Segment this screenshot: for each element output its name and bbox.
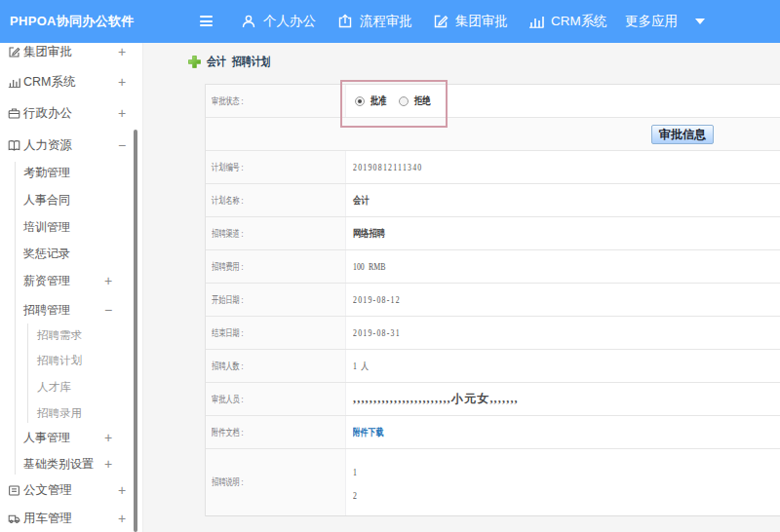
row-approve-button: 审批信息 — [206, 118, 780, 151]
document-icon — [8, 484, 20, 497]
caret-down-icon — [695, 19, 705, 24]
approve-info-button[interactable]: 审批信息 — [651, 125, 714, 144]
nav-crm-system[interactable]: CRM系统 — [528, 0, 607, 43]
radio-approve[interactable] — [355, 96, 365, 106]
sidebar-item-recruit-demand[interactable]: 招聘需求 — [0, 325, 133, 345]
briefcase-icon — [8, 107, 20, 120]
row-headcount: 招聘人数 : 1 人 — [206, 350, 780, 383]
nav-personal-office[interactable]: 个人办公 — [241, 0, 316, 43]
page-title: 招聘计划 — [232, 54, 270, 70]
sidebar-item-document-mgmt[interactable]: 公文管理 + — [0, 480, 133, 500]
sidebar-item-admin-office[interactable]: 行政办公 + — [0, 103, 133, 123]
sidebar-item-recruit-mgmt[interactable]: 招聘管理− — [0, 300, 133, 320]
sidebar-item-hr-contract[interactable]: 人事合同 — [0, 190, 133, 209]
row-approval-status: 审批状态 : 批准 拒绝 — [206, 85, 780, 118]
sidebar-item-vehicle-mgmt[interactable]: 用车管理 + — [0, 509, 133, 528]
nav-process-approval[interactable]: 流程审批 — [337, 0, 412, 43]
page-title-row: 会计 招聘计划 — [188, 50, 279, 73]
row-recruit-channel: 招聘渠道 : 网络招聘 — [206, 217, 780, 250]
sidebar-item-group-approval[interactable]: 集团审批 + — [0, 42, 133, 61]
row-approvers: 审批人员 : ,,,,,,,,,,,,,,,,,,,,,,,,小元女,,,,,,… — [206, 383, 780, 416]
sidebar-item-personnel-mgmt[interactable]: 人事管理+ — [0, 428, 133, 447]
sidebar-scrollbar-thumb[interactable] — [134, 130, 137, 532]
radio-reject[interactable] — [399, 96, 409, 106]
row-description: 招聘说明 : 1 2 — [206, 449, 780, 516]
row-attachment: 附件文档 : 附件下载 — [206, 416, 780, 449]
page-title-prefix: 会计 — [207, 54, 226, 70]
attachment-download-link[interactable]: 附件下载 — [353, 426, 383, 439]
row-recruit-cost: 招聘费用 : 100 RMB — [206, 250, 780, 284]
nav-more-apps[interactable]: 更多应用 — [625, 0, 705, 43]
bar-chart-icon — [8, 76, 20, 89]
add-icon[interactable] — [188, 56, 201, 68]
sidebar-item-salary[interactable]: 薪资管理+ — [0, 271, 133, 290]
row-plan-number: 计划编号 : 20190812111340 — [206, 151, 780, 184]
top-navbar: PHPOA协同办公软件 个人办公 流程审批 集团审批 CRM系统 更多应用 — [0, 0, 780, 43]
sidebar-item-training[interactable]: 培训管理 — [0, 217, 133, 237]
field-value: 批准 拒绝 — [346, 85, 780, 117]
app-title: PHPOA协同办公软件 — [10, 0, 135, 43]
flow-icon — [337, 14, 353, 29]
nav-group-approval[interactable]: 集团审批 — [433, 0, 508, 43]
truck-icon — [8, 513, 20, 525]
field-label: 审批状态 : — [206, 85, 346, 117]
sidebar-item-base-category[interactable]: 基础类别设置+ — [0, 454, 133, 474]
row-start-date: 开始日期 : 2019-08-12 — [206, 284, 780, 317]
sidebar-item-recruit-hire[interactable]: 招聘录用 — [0, 403, 133, 423]
edit-square-icon — [433, 14, 448, 29]
recruit-plan-form: 审批状态 : 批准 拒绝 审批信息 计划编号 : 20190812111340 … — [205, 84, 780, 516]
sidebar: 集团审批 + CRM系统 + 行政办公 + 人力资源 − 考勤管理 人事合同 培… — [0, 43, 143, 532]
sidebar-item-talent-pool[interactable]: 人才库 — [0, 377, 133, 397]
row-plan-name: 计划名称 : 会计 — [206, 184, 780, 217]
sidebar-item-crm[interactable]: CRM系统 + — [0, 72, 133, 92]
description-value: 1 2 — [346, 449, 780, 515]
sidebar-item-hr[interactable]: 人力资源 − — [0, 135, 133, 155]
book-icon — [8, 139, 20, 152]
sidebar-item-recruit-plan[interactable]: 招聘计划 — [0, 351, 133, 370]
menu-toggle-icon[interactable] — [200, 16, 213, 26]
sidebar-item-rewards[interactable]: 奖惩记录 — [0, 244, 133, 263]
user-icon — [241, 14, 256, 29]
edit-square-icon — [8, 46, 20, 58]
bar-chart-icon — [528, 14, 544, 29]
row-end-date: 结束日期 : 2019-08-31 — [206, 317, 780, 350]
sidebar-item-attendance[interactable]: 考勤管理 — [0, 163, 133, 182]
